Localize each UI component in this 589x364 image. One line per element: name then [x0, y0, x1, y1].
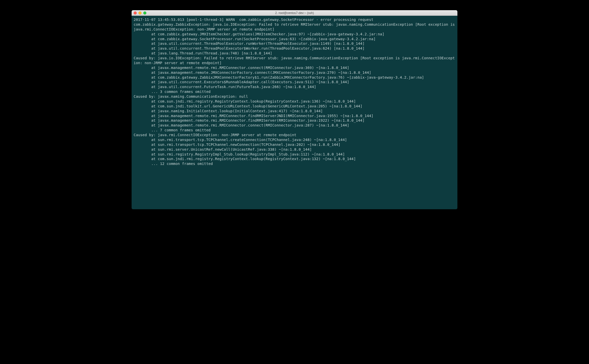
terminal-window: 2. root@centos7-dev:~ (ssh) 2017-11-07 1…: [132, 10, 457, 209]
minimize-icon[interactable]: [138, 11, 142, 15]
terminal-output[interactable]: 2017-11-07 13:45:53.013 [pool-1-thread-3…: [132, 16, 457, 209]
window-title: 2. root@centos7-dev:~ (ssh): [275, 11, 314, 15]
close-icon[interactable]: [134, 11, 137, 15]
maximize-icon[interactable]: [143, 11, 146, 15]
window-titlebar[interactable]: 2. root@centos7-dev:~ (ssh): [132, 10, 457, 16]
window-controls: [134, 11, 146, 15]
